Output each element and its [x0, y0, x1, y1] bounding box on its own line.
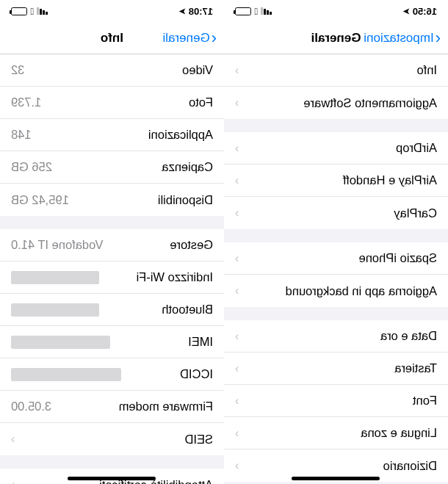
settings-row: Foto1.739 [0, 87, 224, 119]
row-label: IMEI [188, 335, 213, 349]
settings-group: AirDrop›AirPlay e Handoff›CarPlay› [224, 132, 448, 229]
settings-group: GestoreVodafone IT 41.0Indirizzo Wi-FiBl… [0, 229, 224, 455]
settings-row: IMEI [0, 326, 224, 358]
row-value-box: › [235, 459, 243, 472]
row-value-box: › [235, 64, 243, 77]
settings-row: Capienza256 GB [0, 151, 224, 184]
wifi-icon: 􀙇 [30, 6, 34, 17]
row-value-box: Vodafone IT 41.0 [11, 238, 103, 252]
settings-row[interactable]: Tastiera› [224, 353, 448, 385]
status-right: 􀙇 [235, 6, 272, 17]
redacted-value [11, 368, 121, 381]
settings-row[interactable]: AirPlay e Handoff› [224, 165, 448, 197]
back-label: Generali [162, 31, 209, 46]
row-value: 256 GB [11, 160, 52, 174]
row-value-box: 195,42 GB [11, 193, 69, 207]
row-label: ICCID [180, 367, 213, 381]
row-label: Indirizzo Wi-Fi [136, 270, 213, 284]
screen-generali: 16:50 ➤ 􀙇 ‹ Impostazioni Generali Info›A… [224, 0, 448, 484]
row-value: Vodafone IT 41.0 [11, 238, 103, 252]
settings-row[interactable]: Info› [224, 54, 448, 87]
back-button[interactable]: ‹ Generali [162, 30, 217, 46]
row-value: 1.739 [11, 95, 41, 109]
page-title: Info [101, 31, 123, 46]
row-label: Applicazioni [148, 128, 213, 142]
settings-row[interactable]: SEID› [0, 423, 224, 455]
row-value-box: 32 [11, 63, 24, 77]
settings-row[interactable]: Aggiorna app in background› [224, 275, 448, 307]
page-title: Generali [311, 31, 361, 46]
row-value-box: 148 [11, 128, 32, 142]
home-indicator[interactable] [68, 477, 156, 480]
status-time: 16:50 ➤ [403, 6, 437, 17]
home-indicator[interactable] [292, 477, 380, 480]
row-label: CarPlay [394, 206, 437, 220]
chevron-right-icon: › [235, 64, 239, 77]
row-value-box: › [235, 330, 243, 343]
status-right: 􀙇 [11, 6, 48, 17]
settings-row: Indirizzo Wi-Fi [0, 261, 224, 294]
status-time: 17:08 ➤ [179, 6, 213, 17]
chevron-right-icon: › [235, 459, 239, 472]
time-label: 16:50 [413, 6, 437, 17]
row-value-box [11, 303, 99, 317]
chevron-right-icon: › [235, 252, 239, 265]
chevron-right-icon: › [235, 362, 239, 375]
content[interactable]: Info›Aggiornamento Software›AirDrop›AirP… [224, 54, 448, 484]
settings-row[interactable]: Spazio iPhone› [224, 242, 448, 275]
settings-row: Bluetooth [0, 294, 224, 326]
signal-icon [261, 7, 272, 15]
row-value-box: › [235, 427, 243, 440]
row-value-box: › [235, 252, 243, 265]
row-label: Video [182, 63, 213, 77]
row-value-box [11, 368, 121, 381]
redacted-value [11, 271, 99, 284]
row-value-box: 256 GB [11, 160, 52, 174]
chevron-right-icon: › [235, 96, 239, 109]
row-label: Foto [189, 95, 213, 109]
chevron-right-icon: › [235, 427, 239, 440]
row-value-box: › [11, 433, 19, 446]
row-label: Info [416, 63, 437, 77]
settings-row[interactable]: Lingua e zona› [224, 417, 448, 449]
row-label: Gestore [170, 238, 213, 252]
settings-group: Info›Aggiornamento Software› [224, 54, 448, 119]
row-label: Aggiorna app in background [286, 284, 437, 298]
settings-row[interactable]: Data e ora› [224, 320, 448, 353]
location-icon: ➤ [403, 7, 410, 16]
settings-row[interactable]: Font› [224, 385, 448, 417]
back-button[interactable]: ‹ Impostazioni [364, 30, 441, 46]
row-label: Font [413, 394, 437, 408]
row-label: Firmware modem [119, 400, 213, 413]
wifi-icon: 􀙇 [254, 6, 258, 17]
settings-row[interactable]: Aggiornamento Software› [224, 87, 448, 119]
chevron-right-icon: › [235, 142, 239, 155]
back-label: Impostazioni [364, 31, 433, 46]
content[interactable]: Video32Foto1.739Applicazioni148Capienza2… [0, 54, 224, 484]
row-value-box: › [235, 96, 243, 109]
row-value-box: › [235, 142, 243, 155]
signal-icon [37, 7, 48, 15]
settings-group: Video32Foto1.739Applicazioni148Capienza2… [0, 54, 224, 216]
status-bar: 17:08 ➤ 􀙇 [0, 0, 224, 22]
row-label: AirPlay e Handoff [343, 173, 437, 187]
settings-row: Video32 [0, 54, 224, 87]
row-value: 148 [11, 128, 32, 142]
row-label: Tastiera [394, 361, 437, 375]
status-bar: 16:50 ➤ 􀙇 [224, 0, 448, 22]
row-value-box [11, 271, 99, 284]
chevron-right-icon: › [11, 433, 15, 446]
chevron-left-icon: ‹ [436, 30, 441, 46]
row-value-box: 3.05.00 [11, 400, 51, 413]
row-label: Aggiornamento Software [303, 96, 437, 110]
screen-info: 17:08 ➤ 􀙇 ‹ Generali Info Video32Foto1.7… [0, 0, 224, 484]
row-label: AirDrop [396, 141, 437, 155]
settings-row[interactable]: CarPlay› [224, 197, 448, 229]
settings-row[interactable]: AirDrop› [224, 132, 448, 165]
row-value: 195,42 GB [11, 193, 69, 207]
settings-group: Data e ora›Tastiera›Font›Lingua e zona›D… [224, 320, 448, 482]
location-icon: ➤ [179, 7, 186, 16]
chevron-right-icon: › [235, 394, 239, 408]
row-label: Lingua e zona [361, 426, 437, 440]
row-value: 32 [11, 63, 24, 77]
